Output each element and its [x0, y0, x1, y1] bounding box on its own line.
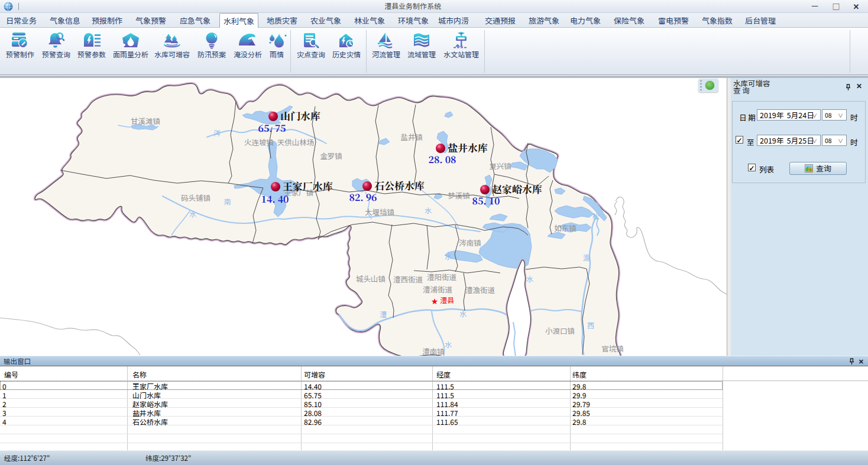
svg-text:澹: 澹: [583, 252, 590, 262]
svg-text:★: ★: [431, 295, 439, 307]
svg-text:涔: 涔: [213, 128, 221, 138]
svg-text:南: 南: [224, 196, 231, 206]
svg-text:天供山林场: 天供山林场: [277, 136, 315, 148]
svg-text:28. 08: 28. 08: [428, 152, 456, 166]
svg-text:盐井镇: 盐井镇: [400, 131, 423, 142]
svg-text:如东镇: 如东镇: [554, 222, 576, 233]
svg-text:澧澹街道: 澧澹街道: [465, 284, 495, 295]
svg-text:涔南镇: 涔南镇: [459, 237, 481, 248]
svg-text:金罗镇: 金罗镇: [320, 150, 342, 161]
svg-text:澧西街道: 澧西街道: [393, 274, 423, 285]
svg-text:65. 75: 65. 75: [258, 121, 286, 135]
svg-text:大堰垱镇: 大堰垱镇: [365, 206, 394, 217]
svg-text:水: 水: [445, 251, 452, 261]
svg-text:澧: 澧: [380, 309, 387, 319]
svg-text:水: 水: [189, 209, 196, 219]
svg-text:澧阳街道: 澧阳街道: [427, 271, 457, 282]
svg-text:山门水库: 山门水库: [280, 108, 320, 123]
svg-text:梦溪镇: 梦溪镇: [448, 190, 470, 201]
svg-text:城头山镇: 城头山镇: [356, 273, 386, 284]
svg-text:水: 水: [425, 205, 432, 215]
svg-text:甘溪滩镇: 甘溪滩镇: [131, 115, 160, 126]
svg-text:14. 40: 14. 40: [261, 192, 289, 206]
svg-text:火连坡镇: 火连坡镇: [244, 136, 274, 148]
svg-text:澧县: 澧县: [440, 295, 454, 305]
svg-text:水: 水: [445, 339, 452, 349]
svg-text:澧浦街道: 澧浦街道: [423, 284, 453, 295]
svg-text:官垸镇: 官垸镇: [601, 343, 624, 354]
svg-text:石公桥水库: 石公桥水库: [374, 178, 425, 193]
svg-text:复兴镇: 复兴镇: [489, 160, 511, 171]
svg-text:水: 水: [459, 308, 467, 318]
svg-text:水: 水: [526, 274, 533, 284]
svg-text:澧南镇: 澧南镇: [422, 346, 445, 356]
svg-text:85. 10: 85. 10: [472, 194, 500, 207]
svg-text:82. 96: 82. 96: [349, 190, 377, 204]
svg-text:松: 松: [592, 211, 600, 221]
svg-text:王家厂水库: 王家厂水库: [283, 178, 333, 193]
svg-text:小渡口镇: 小渡口镇: [545, 325, 575, 336]
svg-text:码头铺镇: 码头铺镇: [181, 192, 210, 203]
svg-text:西: 西: [587, 320, 594, 330]
